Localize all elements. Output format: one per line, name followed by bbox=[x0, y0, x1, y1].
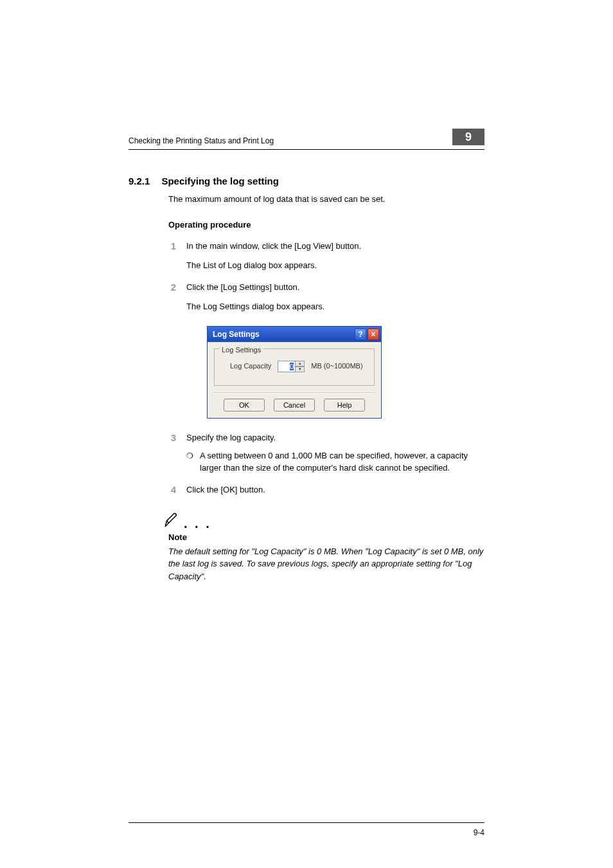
log-capacity-field: Log Capacity ▲ ▼ MB (0~1000MB) bbox=[230, 361, 369, 372]
page-number: 9-4 bbox=[474, 828, 484, 837]
log-capacity-unit: MB (0~1000MB) bbox=[311, 361, 362, 372]
step-number: 1 bbox=[168, 240, 176, 253]
log-capacity-spinner[interactable]: ▲ ▼ bbox=[278, 361, 305, 372]
close-icon[interactable]: × bbox=[368, 329, 379, 340]
dialog-separator bbox=[214, 392, 375, 393]
body-column: The maximum amount of log data that is s… bbox=[168, 193, 484, 583]
help-button[interactable]: Help bbox=[324, 399, 365, 411]
dialog-button-row: OK Cancel Help bbox=[208, 399, 381, 418]
section-number: 9.2.1 bbox=[129, 176, 150, 186]
page: Checking the Printing Status and Print L… bbox=[0, 0, 613, 868]
spinner-controls: ▲ ▼ bbox=[296, 361, 305, 372]
chapter-badge: 9 bbox=[452, 129, 484, 145]
bullet-text: A setting between 0 and 1,000 MB can be … bbox=[200, 449, 484, 475]
dialog-titlebar: Log Settings ? × bbox=[208, 327, 381, 342]
log-settings-dialog: Log Settings ? × Log Settings Log Capaci… bbox=[207, 326, 382, 419]
log-settings-groupbox: Log Settings Log Capacity ▲ ▼ MB (0~1000… bbox=[214, 348, 375, 386]
spin-up-icon[interactable]: ▲ bbox=[296, 361, 305, 366]
step-2-follow: The Log Settings dialog box appears. bbox=[186, 300, 484, 313]
pencil-icon bbox=[163, 512, 180, 529]
step-text: Click the [Log Settings] button. bbox=[186, 281, 484, 294]
step-1-follow: The List of Log dialog box appears. bbox=[186, 259, 484, 272]
step-3: 3 Specify the log capacity. bbox=[168, 431, 484, 444]
groupbox-legend: Log Settings bbox=[220, 345, 263, 356]
step-1: 1 In the main window, click the [Log Vie… bbox=[168, 240, 484, 253]
cancel-button[interactable]: Cancel bbox=[274, 399, 315, 411]
help-icon[interactable]: ? bbox=[355, 329, 366, 340]
log-capacity-input[interactable] bbox=[278, 361, 296, 372]
step-text: In the main window, click the [Log View]… bbox=[186, 240, 484, 253]
step-text: Click the [OK] button. bbox=[186, 484, 484, 496]
note-icon-row: . . . bbox=[163, 512, 484, 529]
section-intro: The maximum amount of log data that is s… bbox=[168, 193, 484, 206]
dialog-title: Log Settings bbox=[213, 329, 260, 340]
procedure-heading: Operating procedure bbox=[168, 219, 484, 231]
note-dots: . . . bbox=[184, 520, 211, 529]
step-number: 3 bbox=[168, 431, 176, 444]
step-3-bullet: ❍ A setting between 0 and 1,000 MB can b… bbox=[186, 449, 484, 475]
note-body: The default setting for "Log Capacity" i… bbox=[168, 545, 484, 583]
dialog-screenshot: Log Settings ? × Log Settings Log Capaci… bbox=[207, 326, 484, 419]
spin-down-icon[interactable]: ▼ bbox=[296, 366, 305, 372]
titlebar-buttons: ? × bbox=[355, 329, 379, 340]
footer-rule bbox=[129, 822, 484, 823]
page-header: Checking the Printing Status and Print L… bbox=[129, 129, 484, 150]
step-4: 4 Click the [OK] button. bbox=[168, 484, 484, 496]
step-number: 4 bbox=[168, 484, 176, 496]
header-title: Checking the Printing Status and Print L… bbox=[129, 136, 274, 145]
step-2: 2 Click the [Log Settings] button. bbox=[168, 281, 484, 294]
ok-button[interactable]: OK bbox=[224, 399, 265, 411]
section-heading: 9.2.1 Specifying the log setting bbox=[129, 176, 484, 186]
section-title: Specifying the log setting bbox=[161, 176, 279, 186]
step-text: Specify the log capacity. bbox=[186, 431, 484, 444]
log-capacity-label: Log Capacity bbox=[230, 361, 271, 372]
bullet-glyph: ❍ bbox=[186, 449, 193, 475]
note-label: Note bbox=[168, 531, 484, 544]
step-number: 2 bbox=[168, 281, 176, 294]
